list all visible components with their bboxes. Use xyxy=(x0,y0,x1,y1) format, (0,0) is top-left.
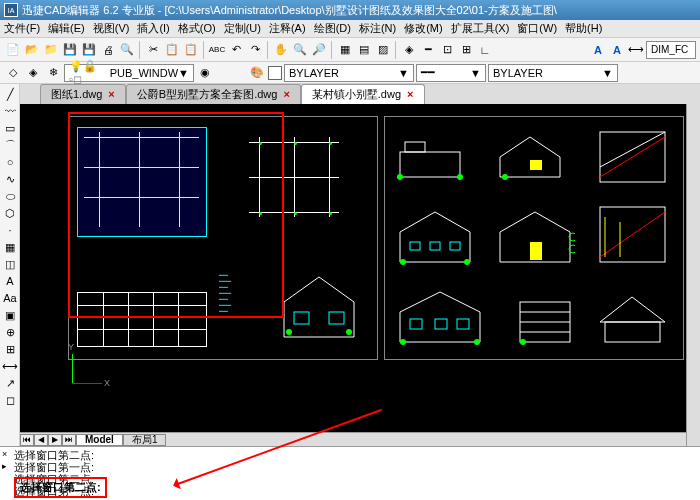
circle-tool-icon[interactable]: ○ xyxy=(2,154,18,170)
menu-window[interactable]: 窗口(W) xyxy=(517,21,557,36)
menu-edit[interactable]: 编辑(E) xyxy=(48,21,85,36)
menu-dimension[interactable]: 标注(N) xyxy=(359,21,396,36)
text-icon[interactable]: ABC xyxy=(208,41,226,59)
toggle-cmd-icon[interactable]: ▸ xyxy=(2,461,12,471)
line-tool-icon[interactable]: ╱ xyxy=(2,86,18,102)
svg-line-13 xyxy=(600,137,665,177)
color-icon[interactable]: 🎨 xyxy=(248,64,266,82)
spline-tool-icon[interactable]: ∿ xyxy=(2,171,18,187)
freeze-icon[interactable]: ❄ xyxy=(44,64,62,82)
close-icon[interactable]: × xyxy=(407,88,413,100)
svg-rect-18 xyxy=(450,242,460,250)
ortho-icon[interactable]: ∟ xyxy=(476,41,494,59)
menu-annotate[interactable]: 注释(A) xyxy=(269,21,306,36)
insert-tool-icon[interactable]: ⊕ xyxy=(2,324,18,340)
first-icon[interactable]: ⏮ xyxy=(20,434,34,446)
table-tool-icon[interactable]: ⊞ xyxy=(2,341,18,357)
linetype-combo[interactable]: BYLAYER▼ xyxy=(488,64,618,82)
ellipse-tool-icon[interactable]: ⬭ xyxy=(2,188,18,204)
mtext-tool-icon[interactable]: Aa xyxy=(2,290,18,306)
color-swatch[interactable] xyxy=(268,66,282,80)
menu-tools[interactable]: 扩展工具(X) xyxy=(451,21,510,36)
separator xyxy=(139,41,141,59)
wipeout-tool-icon[interactable]: ◻ xyxy=(2,392,18,408)
arc-tool-icon[interactable]: ⌒ xyxy=(2,137,18,153)
zoom2-icon[interactable]: 🔎 xyxy=(310,41,328,59)
layer-mgr-icon[interactable]: ◇ xyxy=(4,64,22,82)
layer-tool-icon[interactable]: ◉ xyxy=(196,64,214,82)
rect-tool-icon[interactable]: ▭ xyxy=(2,120,18,136)
dim-icon[interactable]: ⟷ xyxy=(627,41,645,59)
dim-style-combo[interactable]: DIM_FC xyxy=(646,41,696,59)
svg-point-39 xyxy=(520,339,526,345)
tab-doc3[interactable]: 某村镇小别墅.dwg× xyxy=(301,84,425,104)
menu-draw[interactable]: 绘图(D) xyxy=(314,21,351,36)
grid-icon[interactable]: ⊞ xyxy=(457,41,475,59)
hatch-icon[interactable]: ▨ xyxy=(374,41,392,59)
svg-point-8 xyxy=(457,174,463,180)
next-icon[interactable]: ▶ xyxy=(48,434,62,446)
block-tool-icon[interactable]: ▣ xyxy=(2,307,18,323)
vertical-scrollbar[interactable] xyxy=(686,104,700,446)
layout1-tab[interactable]: 布局1 xyxy=(123,434,167,446)
svg-rect-5 xyxy=(400,152,460,177)
new-icon[interactable]: 📄 xyxy=(4,41,22,59)
open2-icon[interactable]: 📁 xyxy=(42,41,60,59)
dim-tool-icon[interactable]: ⟷ xyxy=(2,358,18,374)
svg-rect-41 xyxy=(605,322,660,342)
print-icon[interactable]: 🖨 xyxy=(99,41,117,59)
drawing-canvas[interactable]: ━━━━━━━━━━━━━━━━━━━━━━━━━━━━ xyxy=(20,104,686,432)
selection-highlight xyxy=(68,112,284,318)
undo-icon[interactable]: ↶ xyxy=(227,41,245,59)
pan-icon[interactable]: ✋ xyxy=(272,41,290,59)
menu-view[interactable]: 视图(V) xyxy=(93,21,130,36)
layers-icon[interactable]: ▦ xyxy=(336,41,354,59)
layer-icon[interactable]: ◈ xyxy=(400,41,418,59)
zoom-icon[interactable]: 🔍 xyxy=(291,41,309,59)
prev-icon[interactable]: ◀ xyxy=(34,434,48,446)
point-tool-icon[interactable]: · xyxy=(2,222,18,238)
leader-tool-icon[interactable]: ↗ xyxy=(2,375,18,391)
copy-icon[interactable]: 📋 xyxy=(163,41,181,59)
cut-icon[interactable]: ✂ xyxy=(144,41,162,59)
menu-insert[interactable]: 插入(I) xyxy=(137,21,169,36)
style-a-icon[interactable]: A xyxy=(589,41,607,59)
line-icon[interactable]: ━ xyxy=(419,41,437,59)
snap-icon[interactable]: ⊡ xyxy=(438,41,456,59)
polyline-tool-icon[interactable]: 〰 xyxy=(2,103,18,119)
paste-icon[interactable]: 📋 xyxy=(182,41,200,59)
redo-icon[interactable]: ↷ xyxy=(246,41,264,59)
svg-rect-32 xyxy=(457,319,469,329)
layout-tabs-bar: ⏮ ◀ ▶ ⏭ Model 布局1 xyxy=(20,432,700,446)
svg-rect-10 xyxy=(530,160,542,170)
tab-doc2[interactable]: 公爵B型别墅方案全套图.dwg× xyxy=(126,84,301,104)
menu-help[interactable]: 帮助(H) xyxy=(565,21,602,36)
tab-doc1[interactable]: 图纸1.dwg× xyxy=(40,84,126,104)
close-cmd-icon[interactable]: × xyxy=(2,449,12,459)
hatch-tool-icon[interactable]: ▦ xyxy=(2,239,18,255)
model-tab[interactable]: Model xyxy=(76,434,123,446)
open-icon[interactable]: 📂 xyxy=(23,41,41,59)
command-input[interactable]: 选择窗口第二点: xyxy=(14,477,107,498)
layer-combo[interactable]: 💡🔓▫◻ PUB_WINDW ▼ xyxy=(64,64,194,82)
save-icon[interactable]: 💾 xyxy=(61,41,79,59)
color-combo[interactable]: BYLAYER▼ xyxy=(284,64,414,82)
props-icon[interactable]: ▤ xyxy=(355,41,373,59)
saveas-icon[interactable]: 💾 xyxy=(80,41,98,59)
menu-custom[interactable]: 定制(U) xyxy=(224,21,261,36)
last-icon[interactable]: ⏭ xyxy=(62,434,76,446)
menu-file[interactable]: 文件(F) xyxy=(4,21,40,36)
preview-icon[interactable]: 🔍 xyxy=(118,41,136,59)
layer-state-icon[interactable]: ◈ xyxy=(24,64,42,82)
menu-format[interactable]: 格式(O) xyxy=(178,21,216,36)
style-a2-icon[interactable]: A xyxy=(608,41,626,59)
polygon-tool-icon[interactable]: ⬡ xyxy=(2,205,18,221)
menu-modify[interactable]: 修改(M) xyxy=(404,21,443,36)
lineweight-combo[interactable]: ━━▼ xyxy=(416,64,486,82)
close-icon[interactable]: × xyxy=(108,88,114,100)
svg-line-14 xyxy=(600,132,665,167)
svg-rect-30 xyxy=(410,319,422,329)
text-tool-icon[interactable]: A xyxy=(2,273,18,289)
close-icon[interactable]: × xyxy=(283,88,289,100)
region-tool-icon[interactable]: ◫ xyxy=(2,256,18,272)
